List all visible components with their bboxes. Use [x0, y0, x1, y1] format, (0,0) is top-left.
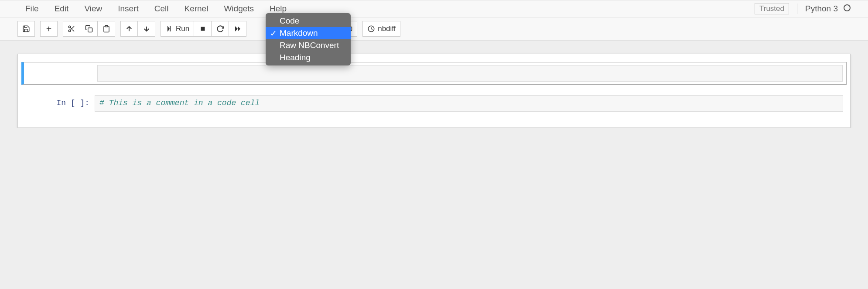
move-up-button[interactable]: [120, 21, 138, 37]
menu-kernel[interactable]: Kernel: [176, 0, 216, 17]
notebook: In [ ]: # This is a comment in a code ce…: [17, 54, 851, 128]
cell-1-source: # This is a comment in a code cell: [99, 99, 260, 107]
insert-cell-button[interactable]: [40, 21, 58, 37]
svg-marker-15: [238, 26, 240, 31]
save-icon: [22, 25, 30, 33]
interrupt-button[interactable]: [194, 21, 212, 37]
restart-run-all-button[interactable]: [229, 21, 246, 37]
cell-1-input[interactable]: # This is a comment in a code cell: [95, 95, 843, 112]
kernel-indicator-icon: [844, 4, 851, 11]
run-button[interactable]: Run: [161, 21, 194, 37]
menubar-container: File Edit View Insert Cell Kernel Widget…: [0, 0, 868, 17]
trusted-badge[interactable]: Trusted: [755, 3, 789, 14]
kernel-name[interactable]: Python 3: [805, 4, 851, 14]
cell-0-input[interactable]: [97, 65, 843, 82]
nbdiff-button[interactable]: nbdiff: [362, 21, 400, 37]
cell-0[interactable]: [21, 62, 847, 85]
cut-button[interactable]: [63, 21, 80, 37]
svg-rect-7: [88, 28, 92, 32]
restart-icon: [216, 25, 224, 33]
nbdiff-label: nbdiff: [378, 24, 396, 33]
svg-point-3: [68, 30, 71, 32]
copy-button[interactable]: [80, 21, 98, 37]
menu-widgets[interactable]: Widgets: [216, 0, 262, 17]
menu-insert[interactable]: Insert: [110, 0, 147, 17]
menubar: File Edit View Insert Cell Kernel Widget…: [17, 0, 755, 17]
paste-button[interactable]: [98, 21, 115, 37]
toolbar: Run nbdiff: [0, 17, 868, 41]
menu-view[interactable]: View: [76, 0, 110, 17]
arrow-up-icon: [125, 25, 133, 33]
svg-rect-13: [201, 27, 205, 31]
header-right: Trusted Python 3: [755, 3, 851, 14]
svg-marker-11: [167, 26, 170, 31]
run-label: Run: [176, 24, 189, 33]
copy-icon: [85, 25, 93, 33]
svg-line-5: [72, 30, 74, 31]
svg-line-6: [70, 28, 72, 29]
cell-0-prompt: [27, 65, 97, 82]
celltype-option-code[interactable]: Code: [266, 15, 351, 27]
run-icon: [165, 25, 173, 33]
menu-edit[interactable]: Edit: [47, 0, 77, 17]
celltype-dropdown[interactable]: Code ✓ Markdown Raw NBConvert Heading: [266, 13, 351, 65]
cell-1-prompt: In [ ]:: [25, 95, 95, 112]
kernel-name-label: Python 3: [805, 4, 838, 13]
plus-icon: [45, 25, 53, 33]
stop-icon: [199, 25, 207, 33]
scissors-icon: [68, 25, 75, 33]
celltype-option-raw[interactable]: Raw NBConvert: [266, 39, 351, 52]
fast-forward-icon: [234, 25, 242, 33]
svg-point-2: [68, 26, 71, 28]
menu-cell[interactable]: Cell: [147, 0, 177, 17]
clock-icon: [367, 25, 375, 33]
check-icon: ✓: [270, 28, 277, 38]
restart-button[interactable]: [212, 21, 229, 37]
celltype-option-markdown-label: Markdown: [280, 28, 318, 38]
paste-icon: [103, 25, 110, 33]
svg-rect-8: [105, 26, 108, 27]
svg-marker-14: [235, 26, 238, 31]
celltype-option-markdown[interactable]: ✓ Markdown: [266, 27, 351, 39]
save-button[interactable]: [17, 21, 35, 37]
move-down-button[interactable]: [138, 21, 155, 37]
menu-file[interactable]: File: [17, 0, 47, 17]
separator: [797, 3, 797, 14]
celltype-option-heading[interactable]: Heading: [266, 52, 351, 64]
cell-1[interactable]: In [ ]: # This is a comment in a code ce…: [21, 93, 847, 114]
arrow-down-icon: [143, 25, 150, 33]
